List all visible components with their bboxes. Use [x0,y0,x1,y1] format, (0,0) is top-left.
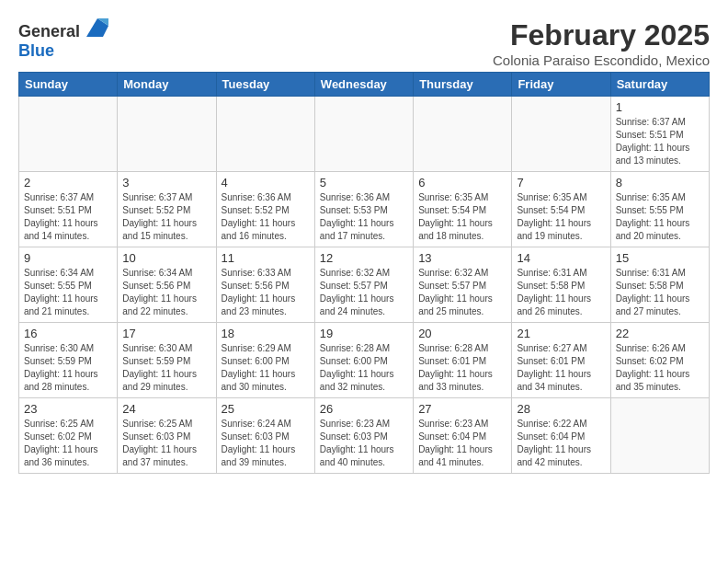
day-cell: 19Sunrise: 6:28 AM Sunset: 6:00 PM Dayli… [314,323,413,398]
day-number: 28 [517,402,605,416]
day-cell: 15Sunrise: 6:31 AM Sunset: 5:58 PM Dayli… [610,247,709,323]
week-row-0: 1Sunrise: 6:37 AM Sunset: 5:51 PM Daylig… [19,97,710,172]
day-number: 13 [418,251,506,265]
day-cell: 26Sunrise: 6:23 AM Sunset: 6:03 PM Dayli… [314,398,413,474]
calendar-table: SundayMondayTuesdayWednesdayThursdayFrid… [18,72,710,474]
day-number: 8 [616,176,704,190]
day-cell: 8Sunrise: 6:35 AM Sunset: 5:55 PM Daylig… [610,172,709,247]
day-info: Sunrise: 6:37 AM Sunset: 5:52 PM Dayligh… [122,191,210,243]
day-number: 11 [222,251,310,265]
week-row-3: 16Sunrise: 6:30 AM Sunset: 5:59 PM Dayli… [19,323,710,398]
day-info: Sunrise: 6:36 AM Sunset: 5:52 PM Dayligh… [222,191,310,243]
day-info: Sunrise: 6:34 AM Sunset: 5:56 PM Dayligh… [122,267,210,318]
week-row-2: 9Sunrise: 6:34 AM Sunset: 5:55 PM Daylig… [19,247,710,323]
logo-blue: Blue [18,41,54,60]
day-cell: 10Sunrise: 6:34 AM Sunset: 5:56 PM Dayli… [118,247,216,323]
logo: General Blue [18,18,108,61]
day-cell: 21Sunrise: 6:27 AM Sunset: 6:01 PM Dayli… [512,323,610,398]
day-number: 14 [517,251,605,265]
day-cell [314,97,413,172]
day-cell: 23Sunrise: 6:25 AM Sunset: 6:02 PM Dayli… [19,398,118,474]
day-number: 19 [320,327,408,340]
day-cell [19,97,118,172]
day-cell: 20Sunrise: 6:28 AM Sunset: 6:01 PM Dayli… [414,323,512,398]
day-info: Sunrise: 6:35 AM Sunset: 5:54 PM Dayligh… [517,191,605,243]
day-number: 18 [222,327,310,340]
day-cell: 24Sunrise: 6:25 AM Sunset: 6:03 PM Dayli… [118,398,216,474]
day-cell: 13Sunrise: 6:32 AM Sunset: 5:57 PM Dayli… [414,247,512,323]
day-info: Sunrise: 6:29 AM Sunset: 6:00 PM Dayligh… [222,342,310,394]
day-number: 4 [222,176,310,190]
day-info: Sunrise: 6:28 AM Sunset: 6:00 PM Dayligh… [320,342,408,394]
day-info: Sunrise: 6:23 AM Sunset: 6:03 PM Dayligh… [320,418,408,469]
day-cell [512,97,610,172]
day-info: Sunrise: 6:30 AM Sunset: 5:59 PM Dayligh… [24,342,112,394]
day-cell [610,398,709,474]
header-saturday: Saturday [610,73,709,97]
day-info: Sunrise: 6:32 AM Sunset: 5:57 PM Dayligh… [320,267,408,318]
day-cell: 9Sunrise: 6:34 AM Sunset: 5:55 PM Daylig… [19,247,118,323]
day-number: 20 [418,327,506,340]
day-cell: 6Sunrise: 6:35 AM Sunset: 5:54 PM Daylig… [414,172,512,247]
calendar-title: February 2025 [493,18,710,52]
week-row-4: 23Sunrise: 6:25 AM Sunset: 6:02 PM Dayli… [19,398,710,474]
week-row-1: 2Sunrise: 6:37 AM Sunset: 5:51 PM Daylig… [19,172,710,247]
day-cell: 12Sunrise: 6:32 AM Sunset: 5:57 PM Dayli… [314,247,413,323]
day-number: 24 [122,402,210,416]
day-number: 16 [24,327,112,340]
day-info: Sunrise: 6:23 AM Sunset: 6:04 PM Dayligh… [418,418,506,469]
day-info: Sunrise: 6:35 AM Sunset: 5:54 PM Dayligh… [418,191,506,243]
day-number: 12 [320,251,408,265]
title-area: February 2025 Colonia Paraiso Escondido,… [493,18,710,68]
day-number: 27 [418,402,506,416]
day-number: 23 [24,402,112,416]
day-cell [118,97,216,172]
day-info: Sunrise: 6:37 AM Sunset: 5:51 PM Dayligh… [616,116,704,167]
day-cell [216,97,314,172]
day-info: Sunrise: 6:33 AM Sunset: 5:56 PM Dayligh… [222,267,310,318]
header-row: SundayMondayTuesdayWednesdayThursdayFrid… [19,73,710,97]
day-number: 7 [517,176,605,190]
header-monday: Monday [118,73,216,97]
day-cell: 28Sunrise: 6:22 AM Sunset: 6:04 PM Dayli… [512,398,610,474]
header-sunday: Sunday [19,73,118,97]
day-number: 15 [616,251,704,265]
logo-icon [86,18,108,37]
day-cell: 25Sunrise: 6:24 AM Sunset: 6:03 PM Dayli… [216,398,314,474]
day-info: Sunrise: 6:34 AM Sunset: 5:55 PM Dayligh… [24,267,112,318]
day-number: 25 [222,402,310,416]
header-friday: Friday [512,73,610,97]
day-cell: 16Sunrise: 6:30 AM Sunset: 5:59 PM Dayli… [19,323,118,398]
day-info: Sunrise: 6:27 AM Sunset: 6:01 PM Dayligh… [517,342,605,394]
day-info: Sunrise: 6:25 AM Sunset: 6:03 PM Dayligh… [122,418,210,469]
day-info: Sunrise: 6:31 AM Sunset: 5:58 PM Dayligh… [616,267,704,318]
day-cell: 7Sunrise: 6:35 AM Sunset: 5:54 PM Daylig… [512,172,610,247]
day-number: 2 [24,176,112,190]
day-info: Sunrise: 6:35 AM Sunset: 5:55 PM Dayligh… [616,191,704,243]
header-tuesday: Tuesday [216,73,314,97]
day-info: Sunrise: 6:26 AM Sunset: 6:02 PM Dayligh… [616,342,704,394]
day-number: 6 [418,176,506,190]
day-cell: 14Sunrise: 6:31 AM Sunset: 5:58 PM Dayli… [512,247,610,323]
day-number: 21 [517,327,605,340]
day-info: Sunrise: 6:22 AM Sunset: 6:04 PM Dayligh… [517,418,605,469]
day-cell: 1Sunrise: 6:37 AM Sunset: 5:51 PM Daylig… [610,97,709,172]
day-cell: 22Sunrise: 6:26 AM Sunset: 6:02 PM Dayli… [610,323,709,398]
day-number: 17 [122,327,210,340]
day-number: 1 [616,100,704,114]
day-cell: 11Sunrise: 6:33 AM Sunset: 5:56 PM Dayli… [216,247,314,323]
day-info: Sunrise: 6:37 AM Sunset: 5:51 PM Dayligh… [24,191,112,243]
day-number: 5 [320,176,408,190]
day-number: 3 [122,176,210,190]
day-cell: 17Sunrise: 6:30 AM Sunset: 5:59 PM Dayli… [118,323,216,398]
day-cell: 2Sunrise: 6:37 AM Sunset: 5:51 PM Daylig… [19,172,118,247]
page-header: General Blue February 2025 Colonia Parai… [18,18,710,68]
logo-text: General Blue [18,18,108,61]
day-number: 26 [320,402,408,416]
day-info: Sunrise: 6:32 AM Sunset: 5:57 PM Dayligh… [418,267,506,318]
calendar-subtitle: Colonia Paraiso Escondido, Mexico [493,52,710,68]
day-number: 10 [122,251,210,265]
day-cell [414,97,512,172]
day-info: Sunrise: 6:28 AM Sunset: 6:01 PM Dayligh… [418,342,506,394]
header-thursday: Thursday [414,73,512,97]
